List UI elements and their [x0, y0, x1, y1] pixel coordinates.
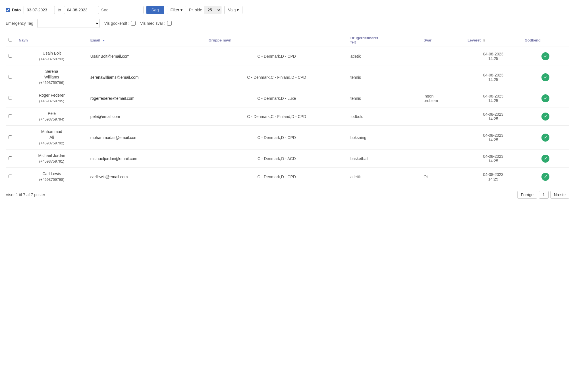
cell-svar: Ingenproblem: [421, 89, 465, 107]
cell-leveret: 04-08-202314:25: [465, 47, 522, 65]
cell-gruppe-navn: C - Denmark,D - CPD: [206, 168, 348, 186]
cell-email: carllewis@email.com: [88, 168, 206, 186]
th-brugerdefineret-felt-label: Brugerdefineretfelt: [350, 36, 378, 44]
cell-email: mohammadali@email.com: [88, 126, 206, 150]
th-godkend: Godkend: [522, 34, 569, 47]
cell-leveret: 04-08-202314:25: [465, 89, 522, 107]
cell-leveret: 04-08-202314:25: [465, 168, 522, 186]
table-row: SerenaWilliams(+4593759796)serenawilliam…: [6, 65, 569, 89]
date-from-input[interactable]: [24, 6, 55, 14]
cell-leveret: 04-08-202314:25: [465, 65, 522, 89]
row-checkbox-0[interactable]: [9, 54, 12, 58]
row-checkbox-1[interactable]: [9, 75, 12, 79]
th-svar-label: Svar: [424, 38, 431, 42]
filter-label: Filter: [171, 8, 179, 12]
row-checkbox-4[interactable]: [9, 135, 12, 139]
cell-godkend: ✓: [522, 47, 569, 65]
forrige-button[interactable]: Forrige: [517, 191, 537, 199]
th-leveret-label: Leveret: [468, 38, 481, 42]
cell-godkend: ✓: [522, 89, 569, 107]
table-row: Carl Lewis(+4593759798)carllewis@email.c…: [6, 168, 569, 186]
godkend-check-icon: ✓: [541, 113, 549, 121]
vis-med-svar-label[interactable]: Vis med svar :: [140, 21, 171, 26]
dato-checkbox[interactable]: [6, 8, 10, 12]
main-toolbar: Dato to Søg Filter ▾ Pr. side 25 50 100 …: [6, 6, 569, 14]
cell-gruppe-navn: C - Denmark,D - ACD: [206, 150, 348, 168]
valg-chevron-icon: ▾: [237, 8, 239, 12]
valg-button[interactable]: Valg ▾: [224, 6, 242, 14]
row-checkbox-6[interactable]: [9, 175, 12, 178]
godkend-check-icon: ✓: [541, 52, 549, 60]
footer: Viser 1 til 7 af 7 poster Forrige 1 Næst…: [6, 191, 569, 199]
cell-svar: [421, 150, 465, 168]
cell-svar: [421, 65, 465, 89]
select-all-checkbox[interactable]: [9, 38, 12, 42]
cell-gruppe-navn: C - Denmark,C - Finland,D - CPD: [206, 107, 348, 126]
cell-leveret: 04-08-202314:25: [465, 150, 522, 168]
th-navn-label: Navn: [19, 38, 28, 42]
cell-brugerdefineret-felt: boksning: [348, 126, 421, 150]
emergency-tag-container: Emergency Tag :: [6, 19, 100, 28]
cell-brugerdefineret-felt: tennis: [348, 89, 421, 107]
godkend-check-icon: ✓: [541, 94, 549, 102]
table-row: Roger Federer(+4593759795)rogerfederer@e…: [6, 89, 569, 107]
pagination: Forrige 1 Næste: [517, 191, 569, 199]
cell-godkend: ✓: [522, 65, 569, 89]
th-gruppe-navn-label: Gruppe navn: [209, 38, 231, 42]
cell-godkend: ✓: [522, 150, 569, 168]
cell-gruppe-navn: C - Denmark,D - CPD: [206, 126, 348, 150]
search-button[interactable]: Søg: [146, 6, 164, 14]
cell-gruppe-navn: C - Denmark,C - Finland,D - CPD: [206, 65, 348, 89]
page-number[interactable]: 1: [539, 191, 549, 199]
row-checkbox-3[interactable]: [9, 114, 12, 118]
cell-leveret: 04-08-202314:25: [465, 107, 522, 126]
cell-email: serenawilliams@email.com: [88, 65, 206, 89]
cell-navn: MuhammadAli(+4593759792): [16, 126, 88, 150]
table-row: MuhammadAli(+4593759792)mohammadali@emai…: [6, 126, 569, 150]
pr-side-select[interactable]: 25 50 100: [204, 6, 221, 14]
dato-checkbox-label[interactable]: Dato: [6, 8, 21, 12]
cell-svar: [421, 107, 465, 126]
row-checkbox-5[interactable]: [9, 156, 12, 160]
godkend-check-icon: ✓: [541, 173, 549, 181]
th-checkbox: [6, 34, 16, 47]
th-email[interactable]: Email ▼: [88, 34, 206, 47]
emergency-tag-select[interactable]: [37, 19, 100, 28]
cell-brugerdefineret-felt: basketball: [348, 150, 421, 168]
cell-brugerdefineret-felt: tennis: [348, 65, 421, 89]
main-table: Navn Email ▼ Gruppe navn Brugerdefineret…: [6, 34, 569, 186]
table-row: Pelé(+4593759794)pele@email.comC - Denma…: [6, 107, 569, 126]
filter-chevron-icon: ▾: [180, 8, 182, 12]
secondary-toolbar: Emergency Tag : Vis godkendt : Vis med s…: [6, 19, 569, 28]
pr-side-label: Pr. side 25 50 100: [189, 6, 222, 14]
th-leveret[interactable]: Leveret ⇅: [465, 34, 522, 47]
vis-godkendt-checkbox[interactable]: [131, 21, 136, 26]
date-to-input[interactable]: [64, 6, 95, 14]
vis-med-svar-checkbox[interactable]: [167, 21, 172, 26]
naeste-button[interactable]: Næste: [550, 191, 569, 199]
search-input[interactable]: [98, 6, 144, 14]
godkend-check-icon: ✓: [541, 155, 549, 163]
godkend-check-icon: ✓: [541, 134, 549, 142]
th-godkend-label: Godkend: [525, 38, 541, 42]
table-header: Navn Email ▼ Gruppe navn Brugerdefineret…: [6, 34, 569, 47]
cell-navn: Roger Federer(+4593759795): [16, 89, 88, 107]
cell-gruppe-navn: C - Denmark,D - Luxe: [206, 89, 348, 107]
cell-brugerdefineret-felt: atletik: [348, 168, 421, 186]
th-brugerdefineret-felt: Brugerdefineretfelt: [348, 34, 421, 47]
cell-brugerdefineret-felt: fodbold: [348, 107, 421, 126]
cell-navn: SerenaWilliams(+4593759796): [16, 65, 88, 89]
th-svar: Svar: [421, 34, 465, 47]
filter-button[interactable]: Filter ▾: [167, 6, 186, 14]
cell-email: michaeljordan@email.com: [88, 150, 206, 168]
cell-gruppe-navn: C - Denmark,D - CPD: [206, 47, 348, 65]
row-checkbox-2[interactable]: [9, 96, 12, 100]
cell-email: rogerfederer@email.com: [88, 89, 206, 107]
cell-brugerdefineret-felt: atletik: [348, 47, 421, 65]
table-row: Usain Bolt(+4593759793)UsainBolt@email.c…: [6, 47, 569, 65]
vis-godkendt-label[interactable]: Vis godkendt :: [104, 21, 136, 26]
cell-godkend: ✓: [522, 126, 569, 150]
cell-godkend: ✓: [522, 107, 569, 126]
viser-label: Viser 1 til 7 af 7 poster: [6, 192, 45, 197]
cell-email: pele@email.com: [88, 107, 206, 126]
